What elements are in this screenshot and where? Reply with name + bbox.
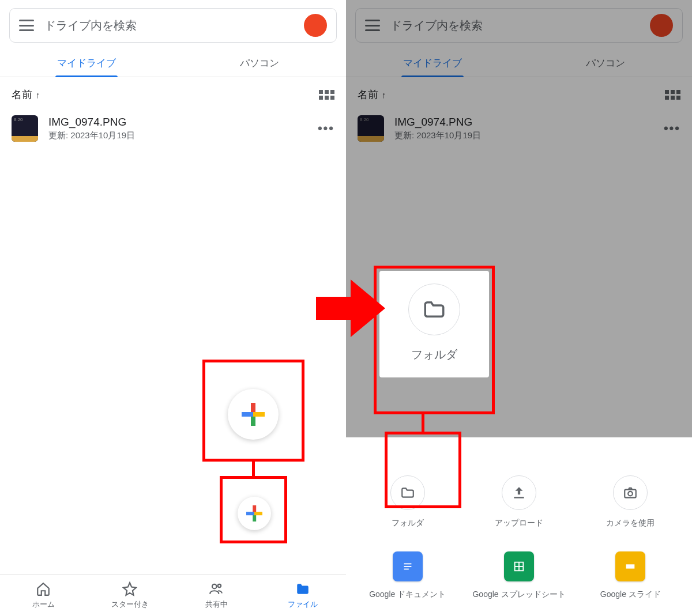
sort-arrow-icon: ↑: [36, 90, 40, 100]
file-item[interactable]: IMG_0974.PNG 更新: 2023年10月19日 •••: [346, 107, 692, 150]
folder-callout: フォルダ: [379, 271, 489, 377]
svg-rect-5: [404, 566, 411, 567]
sort-row[interactable]: 名前 ↑: [0, 77, 346, 107]
create-sheets-label: Google スプレッドシート: [472, 589, 565, 600]
sheets-icon: [504, 551, 534, 581]
create-camera[interactable]: カメラを使用: [575, 475, 686, 528]
camera-icon-button[interactable]: [613, 475, 648, 510]
grid-view-icon[interactable]: [319, 90, 334, 100]
file-name: IMG_0974.PNG: [48, 116, 307, 129]
file-thumbnail: [358, 115, 384, 142]
menu-icon[interactable]: [19, 20, 34, 31]
svg-rect-10: [626, 564, 635, 568]
docs-icon: [393, 551, 423, 581]
create-docs-label: Google ドキュメント: [369, 589, 446, 600]
plus-icon: [246, 505, 262, 521]
right-panel: ドライブ内を検索 マイドライブ パソコン 名前 ↑ IMG_0974.PNG 更…: [346, 0, 692, 616]
sort-label: 名前: [358, 88, 378, 101]
left-panel: ドライブ内を検索 マイドライブ パソコン 名前 ↑ IMG_0974.PNG 更…: [0, 0, 346, 616]
menu-icon[interactable]: [365, 20, 380, 31]
plus-icon: [242, 403, 265, 426]
tabs: マイドライブ パソコン: [0, 48, 346, 77]
upload-icon-button[interactable]: [502, 475, 536, 510]
tab-computer[interactable]: パソコン: [173, 48, 346, 77]
fab-new[interactable]: [238, 497, 271, 530]
nav-home[interactable]: ホーム: [0, 575, 86, 616]
search-placeholder: ドライブ内を検索: [390, 18, 640, 33]
folder-icon: [295, 581, 310, 596]
camera-icon: [623, 485, 638, 500]
highlight-connector: [252, 462, 255, 476]
create-upload-label: アップロード: [495, 518, 543, 528]
nav-shared-label: 共有中: [205, 599, 228, 610]
file-thumbnail: [12, 115, 38, 142]
people-icon: [209, 581, 224, 596]
nav-starred[interactable]: スター付き: [86, 575, 173, 616]
tabs: マイドライブ パソコン: [346, 48, 692, 77]
tab-mydrive[interactable]: マイドライブ: [0, 48, 173, 77]
tab-mydrive[interactable]: マイドライブ: [346, 48, 519, 77]
create-slides-label: Google スライド: [600, 589, 661, 600]
highlight-connector: [422, 414, 424, 432]
svg-rect-4: [404, 564, 411, 565]
create-upload[interactable]: アップロード: [463, 475, 574, 528]
folder-outline-icon: [400, 485, 415, 500]
file-subtitle: 更新: 2023年10月19日: [394, 130, 653, 141]
avatar[interactable]: [650, 14, 673, 37]
svg-rect-2: [625, 490, 637, 498]
searchbar[interactable]: ドライブ内を検索: [355, 8, 683, 43]
searchbar-container: ドライブ内を検索: [0, 0, 346, 48]
big-arrow-icon: [316, 277, 385, 340]
create-folder-label: フォルダ: [392, 518, 424, 528]
search-placeholder: ドライブ内を検索: [44, 18, 294, 33]
create-folder[interactable]: フォルダ: [352, 475, 463, 528]
file-meta: IMG_0974.PNG 更新: 2023年10月19日: [48, 116, 307, 141]
nav-starred-label: スター付き: [111, 599, 149, 610]
folder-icon-button[interactable]: [390, 475, 425, 510]
file-meta: IMG_0974.PNG 更新: 2023年10月19日: [394, 116, 653, 141]
nav-home-label: ホーム: [32, 599, 55, 610]
star-icon: [122, 581, 137, 596]
file-item[interactable]: IMG_0974.PNG 更新: 2023年10月19日 •••: [0, 107, 346, 150]
folder-callout-button[interactable]: [408, 284, 460, 335]
searchbar[interactable]: ドライブ内を検索: [9, 8, 337, 43]
svg-point-3: [629, 492, 633, 496]
tab-computer[interactable]: パソコン: [519, 48, 692, 77]
create-camera-label: カメラを使用: [606, 518, 655, 528]
fab-new-large[interactable]: [228, 389, 279, 440]
folder-callout-label: フォルダ: [411, 347, 457, 362]
nav-shared[interactable]: 共有中: [173, 575, 260, 616]
create-sheet: フォルダ アップロード カメラを使用 Google ドキュメント Google …: [346, 458, 692, 616]
more-icon[interactable]: •••: [664, 121, 680, 136]
searchbar-container: ドライブ内を検索: [346, 0, 692, 48]
svg-rect-6: [404, 569, 408, 570]
nav-files-label: ファイル: [288, 599, 318, 610]
sort-label: 名前: [12, 88, 32, 101]
sort-arrow-icon: ↑: [382, 90, 386, 100]
svg-point-0: [212, 584, 217, 589]
avatar[interactable]: [304, 14, 327, 37]
slides-icon: [615, 551, 645, 581]
create-slides[interactable]: Google スライド: [575, 551, 686, 600]
file-name: IMG_0974.PNG: [394, 116, 653, 129]
more-icon[interactable]: •••: [318, 121, 334, 136]
folder-outline-icon: [422, 297, 446, 322]
create-docs[interactable]: Google ドキュメント: [352, 551, 463, 600]
home-icon: [36, 581, 51, 596]
sort-row[interactable]: 名前 ↑: [346, 77, 692, 107]
svg-point-1: [218, 584, 221, 587]
grid-view-icon[interactable]: [665, 90, 680, 100]
file-subtitle: 更新: 2023年10月19日: [48, 130, 307, 141]
nav-files[interactable]: ファイル: [260, 575, 346, 616]
upload-icon: [512, 485, 526, 500]
create-sheets[interactable]: Google スプレッドシート: [463, 551, 574, 600]
bottom-nav: ホーム スター付き 共有中 ファイル: [0, 575, 346, 616]
